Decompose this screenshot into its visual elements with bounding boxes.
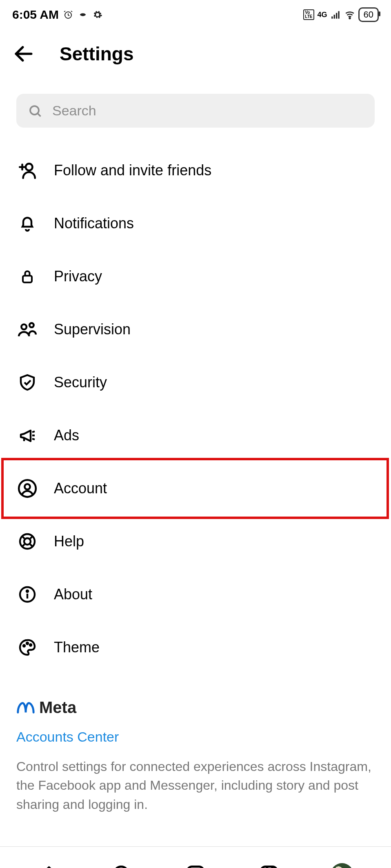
svg-point-6: [30, 106, 39, 115]
status-right: VoLTE 4G 60: [303, 7, 379, 22]
menu-item-ads[interactable]: Ads: [16, 409, 375, 462]
menu-label: Notifications: [54, 215, 134, 232]
svg-point-10: [29, 323, 33, 327]
settings-menu: Follow and invite friends Notifications …: [0, 144, 391, 674]
bell-icon: [16, 212, 38, 234]
search-input[interactable]: [52, 103, 363, 119]
volte-icon: VoLTE: [303, 9, 314, 20]
info-icon: [16, 583, 38, 605]
page-title: Settings: [60, 43, 133, 65]
status-left: 6:05 AM: [12, 8, 103, 22]
nav-search[interactable]: [111, 863, 133, 868]
menu-item-help[interactable]: Help: [16, 515, 375, 568]
signal-icon: [331, 9, 341, 20]
status-time: 6:05 AM: [12, 8, 59, 22]
menu-label: Security: [54, 374, 107, 391]
status-bar: 6:05 AM VoLTE 4G 60: [0, 0, 391, 26]
menu-item-supervision[interactable]: Supervision: [16, 303, 375, 356]
back-button[interactable]: [12, 42, 35, 65]
menu-item-notifications[interactable]: Notifications: [16, 197, 375, 250]
svg-point-7: [26, 163, 33, 170]
wifi-icon: [344, 9, 355, 20]
person-circle-icon: [16, 477, 38, 499]
header: Settings: [0, 26, 391, 82]
search-field[interactable]: [16, 94, 375, 128]
menu-label: Theme: [54, 639, 100, 656]
palette-icon: [16, 636, 38, 658]
nav-reels[interactable]: [258, 863, 280, 868]
nav-create[interactable]: [184, 863, 207, 868]
gear-status-icon: [92, 9, 103, 20]
meta-brand-label: Meta: [39, 698, 76, 717]
shield-check-icon: [16, 371, 38, 393]
meta-logo-icon: [16, 701, 35, 714]
megaphone-icon: [16, 424, 38, 446]
lock-icon: [16, 265, 38, 287]
nav-profile[interactable]: [331, 863, 353, 868]
meta-description: Control settings for connected experienc…: [16, 757, 375, 814]
svg-point-17: [23, 645, 25, 647]
avatar-icon: [331, 863, 353, 868]
menu-label: Follow and invite friends: [54, 162, 211, 179]
menu-item-account[interactable]: Account: [16, 462, 375, 515]
meta-section: Meta Accounts Center Control settings fo…: [0, 674, 391, 830]
svg-rect-8: [23, 276, 32, 283]
svg-point-16: [27, 590, 28, 592]
battery-indicator: 60: [358, 7, 379, 22]
svg-point-12: [24, 484, 30, 489]
lifebuoy-icon: [16, 530, 38, 552]
svg-point-18: [27, 643, 28, 644]
svg-rect-4: [338, 11, 339, 18]
misc-status-icon: [78, 9, 88, 20]
alarm-icon: [63, 9, 73, 20]
nav-home[interactable]: [38, 863, 60, 868]
svg-rect-1: [331, 16, 333, 18]
search-icon: [28, 104, 42, 118]
battery-level: 60: [364, 9, 373, 20]
menu-label: Supervision: [54, 321, 131, 338]
svg-point-9: [21, 325, 26, 330]
menu-item-security[interactable]: Security: [16, 356, 375, 409]
svg-point-14: [24, 538, 31, 545]
menu-label: Privacy: [54, 268, 102, 285]
svg-rect-3: [336, 13, 337, 19]
svg-point-5: [349, 18, 350, 19]
network-label: 4G: [318, 11, 327, 19]
people-icon: [16, 318, 38, 340]
add-person-icon: [16, 159, 38, 181]
menu-item-follow-invite[interactable]: Follow and invite friends: [16, 144, 375, 197]
menu-label: Help: [54, 533, 84, 550]
svg-rect-2: [333, 15, 335, 19]
menu-item-about[interactable]: About: [16, 568, 375, 621]
bottom-nav: [0, 847, 391, 868]
accounts-center-link[interactable]: Accounts Center: [16, 729, 375, 745]
meta-brand: Meta: [16, 698, 375, 717]
menu-label: Account: [54, 480, 107, 497]
menu-label: About: [54, 586, 92, 603]
menu-label: Ads: [54, 427, 79, 444]
svg-point-19: [30, 644, 31, 646]
menu-item-privacy[interactable]: Privacy: [16, 250, 375, 303]
menu-item-theme[interactable]: Theme: [16, 621, 375, 674]
